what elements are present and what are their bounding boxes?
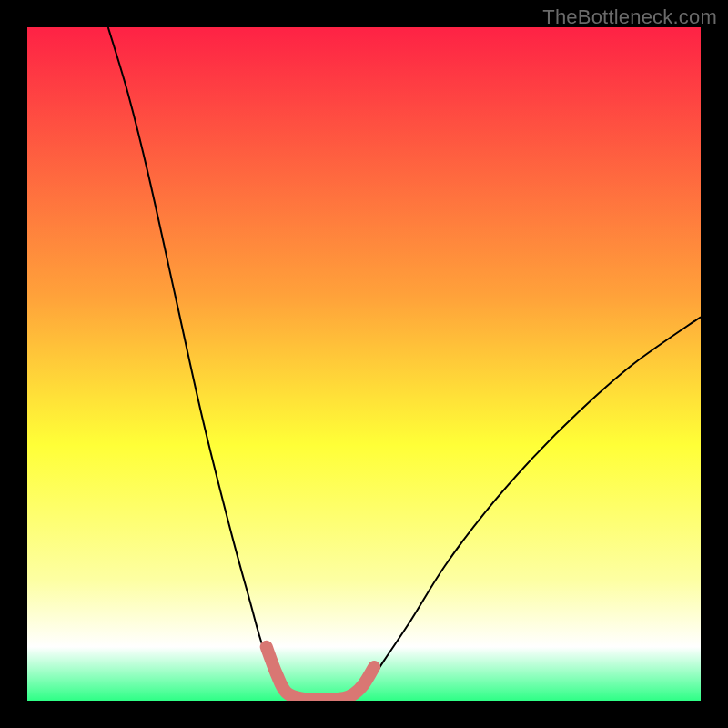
watermark-text: TheBottleneck.com	[542, 5, 717, 29]
gradient-background	[27, 27, 701, 701]
chart-plot-area	[27, 27, 701, 701]
bottleneck-curve-chart	[27, 27, 701, 701]
